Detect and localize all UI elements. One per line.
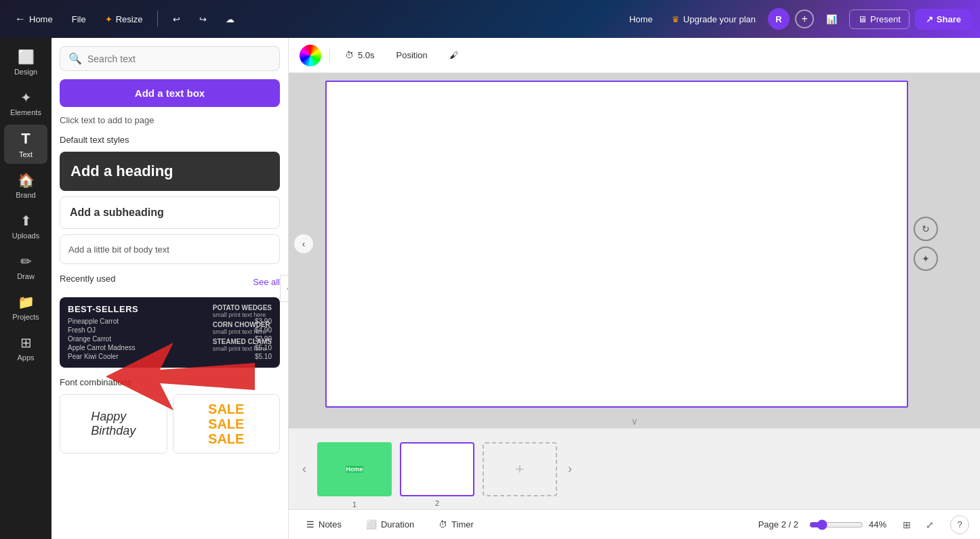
font-combos-label: Font combinations: [60, 377, 280, 387]
search-icon: 🔍: [68, 52, 82, 65]
canvas-area: ⏱ 5.0s Position 🖌 ‹ ↻ ✦: [289, 38, 980, 539]
notes-icon: ☰: [306, 519, 314, 530]
template-inner: BEST-SELLERS Pineapple Carrot $3.90 Fres…: [60, 297, 280, 368]
share-button[interactable]: ↗ Share: [915, 9, 972, 30]
canvas-toolbar: ⏱ 5.0s Position 🖌: [289, 38, 980, 73]
monitor-icon: 🖥: [858, 14, 867, 24]
page-info: Page 2 / 2: [758, 519, 798, 530]
home-button[interactable]: ← Home: [8, 9, 60, 29]
right-sidebar: ↻ ✦: [908, 211, 943, 276]
font-combo-grid: HappyBirthday SALE SALE SALE: [60, 394, 280, 454]
resize-button[interactable]: ✦ Resize: [98, 10, 150, 28]
canvas-viewport[interactable]: ‹ ↻ ✦: [289, 73, 980, 414]
apps-icon: ⊞: [20, 335, 32, 351]
format-button[interactable]: 🖌: [443, 46, 465, 64]
sidebar-item-projects[interactable]: 📁 Projects: [4, 288, 47, 326]
template-card[interactable]: BEST-SELLERS Pineapple Carrot $3.90 Fres…: [60, 297, 280, 368]
slide-canvas[interactable]: [325, 81, 908, 408]
avatar[interactable]: R: [768, 8, 790, 30]
bar-chart-icon: 📊: [826, 14, 837, 24]
sale-combo-card[interactable]: SALE SALE SALE: [173, 394, 281, 454]
home-link-button[interactable]: Home: [622, 10, 659, 28]
analytics-button[interactable]: 📊: [819, 10, 844, 28]
refresh-button[interactable]: ↻: [914, 217, 938, 241]
position-button[interactable]: Position: [390, 46, 434, 64]
toolbar-divider: [329, 49, 330, 62]
brand-icon: 🏠: [18, 172, 35, 188]
sparkle-button[interactable]: ✦: [914, 246, 938, 271]
timer-button[interactable]: ⏱ 5.0s: [338, 46, 382, 64]
panel-collapse-button[interactable]: ‹: [280, 275, 289, 302]
subheading-style-card[interactable]: Add a subheading: [60, 196, 280, 229]
file-button[interactable]: File: [65, 10, 93, 28]
help-button[interactable]: ?: [950, 515, 969, 534]
projects-icon: 📁: [18, 294, 35, 310]
redo-button[interactable]: ↪: [192, 10, 213, 28]
panel-inner: 🔍 Add a text box Click text to add to pa…: [52, 38, 288, 462]
uploads-icon: ⬆: [20, 213, 32, 229]
icon-sidebar: ⬜ Design ✦ Elements T Text 🏠 Brand ⬆ Upl…: [0, 38, 52, 539]
scroll-hint: ∨: [289, 414, 980, 428]
heading-style-card[interactable]: Add a heading: [60, 152, 280, 191]
default-styles-label: Default text styles: [60, 135, 280, 145]
see-all-button[interactable]: See all: [253, 277, 280, 287]
sidebar-item-elements[interactable]: ✦ Elements: [4, 84, 47, 122]
font-combos-section: Font combinations HappyBirthday SALE SAL…: [60, 377, 280, 454]
nav-divider: [157, 11, 158, 27]
filmstrip-scroll-left[interactable]: ‹: [302, 462, 306, 476]
scroll-left-button[interactable]: ‹: [294, 234, 313, 253]
format-icon: 🖌: [449, 50, 458, 60]
zoom-control: 44%: [809, 519, 886, 530]
filmstrip-scroll-right[interactable]: ›: [568, 462, 572, 476]
upgrade-button[interactable]: ♛ Upgrade your plan: [665, 10, 762, 28]
search-bar: 🔍: [60, 46, 280, 71]
grid-view-button[interactable]: ⊞: [897, 515, 916, 534]
timer-icon: ⏱: [438, 519, 447, 530]
nav-right: Home ♛ Upgrade your plan R + 📊 🖥 Present…: [622, 8, 972, 30]
sidebar-item-uploads[interactable]: ⬆ Uploads: [4, 207, 47, 245]
navbar: ← Home File ✦ Resize ↩ ↪ ☁ Home ♛ Upgrad…: [0, 0, 980, 38]
sidebar-item-apps[interactable]: ⊞ Apps: [4, 329, 47, 367]
sidebar-item-design[interactable]: ⬜ Design: [4, 43, 47, 81]
main-area: ⬜ Design ✦ Elements T Text 🏠 Brand ⬆ Upl…: [0, 38, 980, 539]
sidebar-item-text[interactable]: T Text: [4, 125, 47, 164]
sidebar-item-draw[interactable]: ✏ Draw: [4, 248, 47, 286]
recently-used-header: Recently used See all: [60, 274, 280, 290]
clock-icon: ⏱: [345, 50, 354, 60]
sale-text: SALE SALE SALE: [208, 402, 244, 446]
text-panel: 🔍 Add a text box Click text to add to pa…: [52, 38, 289, 539]
design-icon: ⬜: [18, 49, 35, 65]
template-menu-col: POTATO WEDGES small print text here CORN…: [213, 304, 272, 352]
notes-button[interactable]: ☰ Notes: [300, 515, 348, 534]
template-row: Pear Kiwi Cooler $5.10: [68, 352, 272, 361]
slide-thumb-1-container: Home 1: [317, 442, 392, 496]
recently-used-label: Recently used: [60, 274, 115, 284]
add-textbox-button[interactable]: Add a text box: [60, 79, 280, 107]
duration-button[interactable]: ⬜ Duration: [359, 515, 421, 534]
duration-icon: ⬜: [366, 519, 377, 530]
bottom-bar: ☰ Notes ⬜ Duration ⏱ Timer Page 2 / 2 44…: [289, 509, 980, 539]
add-slide-button[interactable]: +: [483, 442, 557, 496]
undo-button[interactable]: ↩: [166, 10, 187, 28]
fullscreen-button[interactable]: ⤢: [920, 515, 939, 534]
view-buttons: ⊞ ⤢: [897, 515, 939, 534]
sidebar-item-brand[interactable]: 🏠 Brand: [4, 167, 47, 204]
save-cloud-button[interactable]: ☁: [219, 10, 241, 28]
zoom-slider[interactable]: [809, 519, 863, 530]
slide-thumb-2-container: 2: [400, 442, 474, 496]
body-style-card[interactable]: Add a little bit of body text: [60, 234, 280, 264]
birthday-combo-card[interactable]: HappyBirthday: [60, 394, 167, 454]
filmstrip: ‹ Home 1 2 +: [289, 428, 980, 509]
color-wheel-button[interactable]: [300, 45, 321, 66]
slide-1-content: Home: [346, 466, 363, 473]
crown-icon: ♛: [672, 14, 680, 24]
elements-icon: ✦: [20, 89, 32, 106]
timer-button-bottom[interactable]: ⏱ Timer: [432, 515, 481, 534]
click-hint: Click text to add to page: [60, 115, 280, 125]
plus-button[interactable]: +: [795, 9, 814, 28]
search-input[interactable]: [87, 53, 271, 64]
present-button[interactable]: 🖥 Present: [849, 9, 910, 29]
slide-thumb-1[interactable]: Home 1: [317, 442, 392, 496]
chevron-down-icon: ∨: [631, 416, 638, 427]
slide-thumb-2[interactable]: 2: [400, 442, 474, 496]
